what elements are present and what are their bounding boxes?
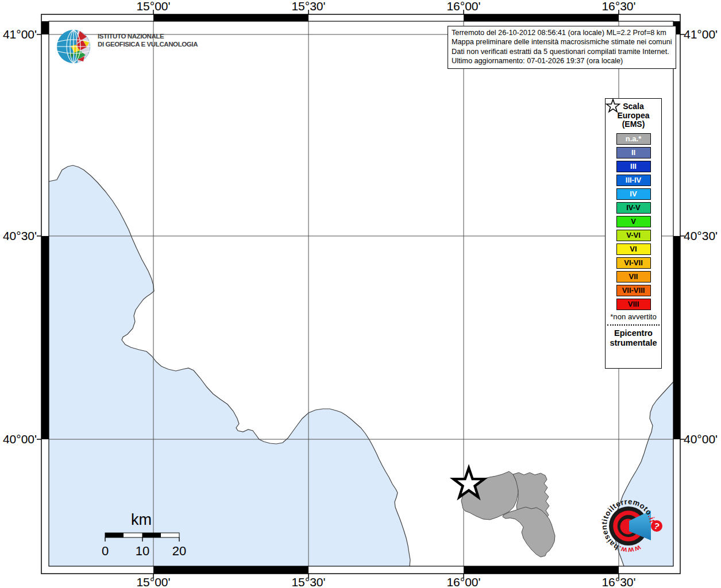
scale-bar-tick-0: 0: [102, 544, 109, 558]
axis-label-top-4: 16°30': [602, 0, 635, 13]
legend-item-4: IV: [616, 188, 651, 200]
legend-item-11: VII-VIII: [616, 285, 651, 296]
legend-star-icon: [606, 99, 620, 114]
legend-epicenter-label: Epicentro strumentale: [606, 328, 661, 348]
axis-label-right-2: 40°30': [684, 229, 718, 242]
legend-items: n.a.*IIIIIIII-IVIVIV-VVV-VIVIVI-VIIVIIVI…: [606, 133, 661, 310]
axis-label-left-3: 40°00': [3, 432, 37, 446]
axis-label-bottom-2: 15°30': [291, 575, 325, 588]
axis-label-bottom-4: 16°30': [602, 575, 635, 588]
legend-item-6: V: [616, 216, 651, 227]
axis-label-top-1: 15°00': [136, 0, 170, 13]
scale-bar-tick-10: 10: [136, 544, 149, 558]
ingv-logo-line1: ISTITUTO NAZIONALE: [98, 33, 198, 41]
legend-item-10: VII: [616, 271, 651, 283]
axis-label-bottom-1: 15°00': [136, 575, 170, 588]
legend-divider: [607, 324, 660, 326]
legend-item-1: II: [616, 147, 651, 158]
legend-item-12: VIII: [616, 299, 651, 310]
info-line-map-type: Mappa preliminare delle intensità macros…: [452, 37, 672, 47]
scale-bar-unit: km: [131, 511, 152, 528]
legend-item-0: n.a.*: [616, 133, 651, 145]
earthquake-info-box: Terremoto del 26-10-2012 08:56:41 (ora l…: [448, 26, 676, 69]
ems-intensity-legend: Scala Europea (EMS) n.a.*IIIIIIII-IVIVIV…: [605, 98, 662, 369]
legend-item-3: III-IV: [616, 175, 651, 186]
legend-epicenter-line1: Epicentro: [606, 328, 661, 338]
axis-label-right-3: 40°00': [684, 432, 718, 446]
legend-item-9: VI-VII: [616, 257, 651, 269]
legend-title-line3: (EMS): [606, 120, 661, 129]
axis-label-left-1: 41°00': [3, 28, 37, 41]
info-line-updated: Ultimo aggiornamento: 07-01-2026 19:37 (…: [452, 56, 672, 65]
axis-label-top-3: 16°00': [446, 0, 480, 13]
legend-footnote: *non avvertito: [606, 312, 661, 321]
scale-bar-tick-20: 20: [172, 544, 186, 558]
legend-item-7: V-VI: [616, 230, 651, 241]
ingv-logo-text: ISTITUTO NAZIONALE DI GEOFISICA E VULCAN…: [98, 33, 198, 48]
axis-label-bottom-3: 16°00': [446, 575, 480, 588]
legend-item-2: III: [616, 161, 651, 172]
legend-item-8: VI: [616, 243, 651, 255]
axis-label-right-1: 41°00': [684, 28, 718, 41]
ingv-logo-line2: DI GEOFISICA E VULCANOLOGIA: [98, 41, 198, 49]
macroseismic-map-page: km 0 10 20 15°00' 15°30' 16°00' 16°30' 1…: [0, 0, 721, 588]
axis-label-top-2: 15°30': [291, 0, 325, 13]
info-line-event: Terremoto del 26-10-2012 08:56:41 (ora l…: [452, 28, 672, 37]
ingv-globe-icon: [57, 30, 90, 63]
legend-epicenter-line2: strumentale: [606, 338, 661, 348]
legend-item-5: IV-V: [616, 202, 651, 214]
axis-label-left-2: 40°30': [3, 229, 37, 242]
info-line-data-source: Dati non verificati estratti da 5 questi…: [452, 47, 672, 56]
